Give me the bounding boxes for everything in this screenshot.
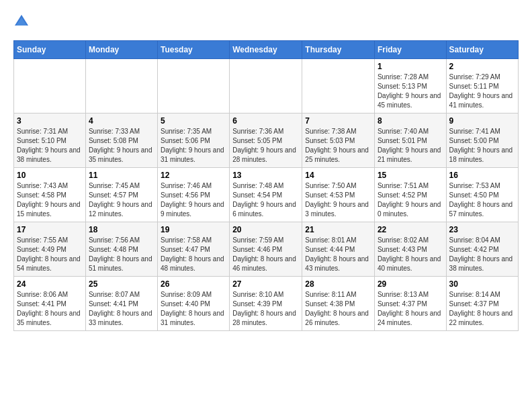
calendar-cell: 16Sunrise: 7:53 AM Sunset: 4:50 PM Dayli… — [446, 168, 518, 222]
calendar-header-thursday: Thursday — [302, 41, 375, 59]
day-info: Sunrise: 7:58 AM Sunset: 4:47 PM Dayligh… — [161, 236, 226, 273]
calendar-cell: 17Sunrise: 7:55 AM Sunset: 4:49 PM Dayli… — [14, 222, 86, 277]
day-number: 18 — [89, 225, 154, 234]
day-number: 7 — [305, 116, 371, 126]
calendar-table: SundayMondayTuesdayWednesdayThursdayFrid… — [13, 40, 519, 331]
calendar-cell: 29Sunrise: 8:13 AM Sunset: 4:37 PM Dayli… — [374, 277, 446, 331]
day-number: 3 — [17, 116, 83, 126]
day-info: Sunrise: 7:33 AM Sunset: 5:08 PM Dayligh… — [89, 127, 154, 165]
day-number: 10 — [17, 171, 83, 180]
day-info: Sunrise: 8:09 AM Sunset: 4:40 PM Dayligh… — [161, 290, 226, 328]
calendar-cell: 26Sunrise: 8:09 AM Sunset: 4:40 PM Dayli… — [158, 277, 230, 331]
day-info: Sunrise: 7:59 AM Sunset: 4:46 PM Dayligh… — [232, 236, 299, 273]
day-info: Sunrise: 7:28 AM Sunset: 5:13 PM Dayligh… — [378, 73, 443, 110]
calendar-cell: 2Sunrise: 7:29 AM Sunset: 5:11 PM Daylig… — [446, 59, 518, 113]
calendar-header-tuesday: Tuesday — [158, 41, 230, 59]
day-number: 14 — [305, 171, 371, 180]
calendar-cell — [230, 59, 302, 113]
day-info: Sunrise: 7:46 AM Sunset: 4:56 PM Dayligh… — [161, 181, 226, 219]
day-number: 15 — [378, 171, 443, 180]
day-number: 19 — [161, 225, 226, 234]
calendar-cell: 6Sunrise: 7:36 AM Sunset: 5:05 PM Daylig… — [230, 113, 302, 168]
day-info: Sunrise: 7:41 AM Sunset: 5:00 PM Dayligh… — [449, 127, 515, 165]
calendar-cell — [302, 59, 375, 113]
day-info: Sunrise: 8:01 AM Sunset: 4:44 PM Dayligh… — [305, 236, 371, 273]
calendar-header-wednesday: Wednesday — [230, 41, 302, 59]
calendar-cell: 3Sunrise: 7:31 AM Sunset: 5:10 PM Daylig… — [14, 113, 86, 168]
day-info: Sunrise: 8:02 AM Sunset: 4:43 PM Dayligh… — [378, 236, 443, 273]
calendar-cell: 13Sunrise: 7:48 AM Sunset: 4:54 PM Dayli… — [230, 168, 302, 222]
calendar-cell: 12Sunrise: 7:46 AM Sunset: 4:56 PM Dayli… — [158, 168, 230, 222]
calendar-cell: 1Sunrise: 7:28 AM Sunset: 5:13 PM Daylig… — [374, 59, 446, 113]
day-number: 1 — [378, 62, 443, 71]
day-number: 22 — [378, 225, 443, 234]
calendar-cell: 27Sunrise: 8:10 AM Sunset: 4:39 PM Dayli… — [230, 277, 302, 331]
day-number: 12 — [161, 171, 226, 180]
calendar-cell: 22Sunrise: 8:02 AM Sunset: 4:43 PM Dayli… — [374, 222, 446, 277]
calendar-week-row: 17Sunrise: 7:55 AM Sunset: 4:49 PM Dayli… — [14, 222, 519, 277]
day-number: 30 — [449, 279, 515, 289]
day-info: Sunrise: 8:04 AM Sunset: 4:42 PM Dayligh… — [449, 236, 515, 273]
calendar-cell: 18Sunrise: 7:56 AM Sunset: 4:48 PM Dayli… — [85, 222, 157, 277]
day-info: Sunrise: 8:07 AM Sunset: 4:41 PM Dayligh… — [89, 290, 154, 328]
day-number: 13 — [232, 171, 299, 180]
calendar-week-row: 3Sunrise: 7:31 AM Sunset: 5:10 PM Daylig… — [14, 113, 519, 168]
page-header — [13, 13, 519, 30]
day-info: Sunrise: 7:48 AM Sunset: 4:54 PM Dayligh… — [232, 181, 299, 219]
day-info: Sunrise: 8:06 AM Sunset: 4:41 PM Dayligh… — [17, 290, 83, 328]
calendar-header-row: SundayMondayTuesdayWednesdayThursdayFrid… — [14, 41, 519, 59]
calendar-cell: 24Sunrise: 8:06 AM Sunset: 4:41 PM Dayli… — [14, 277, 86, 331]
calendar-cell: 23Sunrise: 8:04 AM Sunset: 4:42 PM Dayli… — [446, 222, 518, 277]
day-number: 27 — [232, 279, 299, 289]
calendar-header-monday: Monday — [85, 41, 157, 59]
day-info: Sunrise: 8:14 AM Sunset: 4:37 PM Dayligh… — [449, 290, 515, 328]
calendar-cell: 10Sunrise: 7:43 AM Sunset: 4:58 PM Dayli… — [14, 168, 86, 222]
calendar-cell: 30Sunrise: 8:14 AM Sunset: 4:37 PM Dayli… — [446, 277, 518, 331]
day-number: 17 — [17, 225, 83, 234]
calendar-cell — [14, 59, 86, 113]
day-info: Sunrise: 7:56 AM Sunset: 4:48 PM Dayligh… — [89, 236, 154, 273]
calendar-header-saturday: Saturday — [446, 41, 518, 59]
calendar-cell: 8Sunrise: 7:40 AM Sunset: 5:01 PM Daylig… — [374, 113, 446, 168]
day-info: Sunrise: 8:13 AM Sunset: 4:37 PM Dayligh… — [378, 290, 443, 328]
day-info: Sunrise: 7:53 AM Sunset: 4:50 PM Dayligh… — [449, 181, 515, 219]
calendar-week-row: 24Sunrise: 8:06 AM Sunset: 4:41 PM Dayli… — [14, 277, 519, 331]
day-number: 26 — [161, 279, 226, 289]
day-info: Sunrise: 7:29 AM Sunset: 5:11 PM Dayligh… — [449, 73, 515, 110]
day-number: 6 — [232, 116, 299, 126]
day-number: 9 — [449, 116, 515, 126]
day-info: Sunrise: 8:10 AM Sunset: 4:39 PM Dayligh… — [232, 290, 299, 328]
day-number: 28 — [305, 279, 371, 289]
day-info: Sunrise: 7:51 AM Sunset: 4:52 PM Dayligh… — [378, 181, 443, 219]
day-number: 23 — [449, 225, 515, 234]
calendar-cell: 9Sunrise: 7:41 AM Sunset: 5:00 PM Daylig… — [446, 113, 518, 168]
calendar-header-friday: Friday — [374, 41, 446, 59]
day-number: 2 — [449, 62, 515, 71]
calendar-cell: 14Sunrise: 7:50 AM Sunset: 4:53 PM Dayli… — [302, 168, 375, 222]
calendar-week-row: 10Sunrise: 7:43 AM Sunset: 4:58 PM Dayli… — [14, 168, 519, 222]
calendar-cell: 25Sunrise: 8:07 AM Sunset: 4:41 PM Dayli… — [85, 277, 157, 331]
day-info: Sunrise: 7:45 AM Sunset: 4:57 PM Dayligh… — [89, 181, 154, 219]
calendar-cell: 20Sunrise: 7:59 AM Sunset: 4:46 PM Dayli… — [230, 222, 302, 277]
calendar-cell: 19Sunrise: 7:58 AM Sunset: 4:47 PM Dayli… — [158, 222, 230, 277]
day-info: Sunrise: 7:55 AM Sunset: 4:49 PM Dayligh… — [17, 236, 83, 273]
day-number: 5 — [161, 116, 226, 126]
calendar-cell: 4Sunrise: 7:33 AM Sunset: 5:08 PM Daylig… — [85, 113, 157, 168]
day-info: Sunrise: 7:31 AM Sunset: 5:10 PM Dayligh… — [17, 127, 83, 165]
day-info: Sunrise: 7:35 AM Sunset: 5:06 PM Dayligh… — [161, 127, 226, 165]
calendar-week-row: 1Sunrise: 7:28 AM Sunset: 5:13 PM Daylig… — [14, 59, 519, 113]
calendar-cell: 21Sunrise: 8:01 AM Sunset: 4:44 PM Dayli… — [302, 222, 375, 277]
day-number: 24 — [17, 279, 83, 289]
day-info: Sunrise: 8:11 AM Sunset: 4:38 PM Dayligh… — [305, 290, 371, 328]
calendar-header-sunday: Sunday — [14, 41, 86, 59]
day-number: 4 — [89, 116, 154, 126]
calendar-cell — [85, 59, 157, 113]
calendar-cell: 28Sunrise: 8:11 AM Sunset: 4:38 PM Dayli… — [302, 277, 375, 331]
day-info: Sunrise: 7:36 AM Sunset: 5:05 PM Dayligh… — [232, 127, 299, 165]
day-number: 11 — [89, 171, 154, 180]
calendar-cell — [158, 59, 230, 113]
day-info: Sunrise: 7:40 AM Sunset: 5:01 PM Dayligh… — [378, 127, 443, 165]
logo-icon — [13, 13, 30, 30]
day-info: Sunrise: 7:50 AM Sunset: 4:53 PM Dayligh… — [305, 181, 371, 219]
day-info: Sunrise: 7:43 AM Sunset: 4:58 PM Dayligh… — [17, 181, 83, 219]
